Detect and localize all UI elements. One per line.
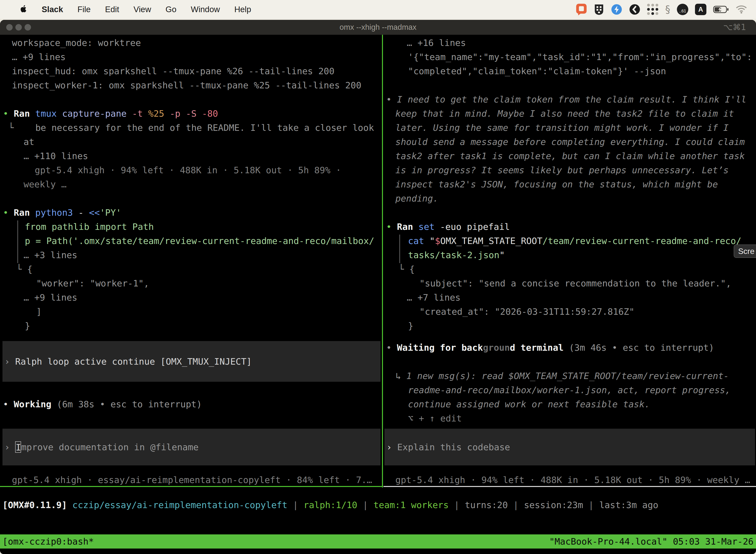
terminal-line: task2 after task1 is complete, but can I… <box>395 149 745 163</box>
prompt-chevron-icon: › <box>4 442 15 452</box>
terminal-line: tasks/task-2.json" <box>408 248 505 262</box>
chat-app-icon[interactable] <box>576 3 587 16</box>
pane-divider[interactable] <box>382 35 383 488</box>
prompt-chevron-icon: › <box>386 442 397 452</box>
terminal-line: "worker": "worker-1", <box>36 276 149 290</box>
ralph-inject-banner: › Ralph loop active continue [OMX_TMUX_I… <box>2 341 380 382</box>
terminal-line: keep that in mind. Maybe I also need the… <box>395 107 734 121</box>
terminal-line: ] <box>36 304 42 319</box>
tmux-host-clock: "MacBook-Pro-44.local" 05:03 31-Mar-26 <box>549 536 754 547</box>
terminal-content: › Ralph loop active continue [OMX_TMUX_I… <box>0 35 756 488</box>
tmux-pane-right[interactable]: › Explain this codebase gpt-5.4 xhigh · … <box>383 35 756 488</box>
menu-item-file[interactable]: File <box>77 5 90 14</box>
tmux-pane-left[interactable]: › Ralph loop active continue [OMX_TMUX_I… <box>0 35 381 488</box>
terminal-line: later. Using the same for transition mig… <box>395 121 729 135</box>
inject-text: Ralph loop active continue [OMX_TMUX_INJ… <box>15 356 252 367</box>
terminal-line: p = Path('.omx/state/team/review-current… <box>25 234 374 248</box>
inactive-pane-border <box>383 486 756 487</box>
macos-menu-bar: Slack File Edit View Go Window Help <box>0 0 756 19</box>
terminal-line: • Ran python3 - <<'PY' <box>3 206 121 220</box>
terminal-line: … +110 lines <box>23 149 88 163</box>
badge-61-icon[interactable]: ..61 <box>677 4 688 15</box>
letter-a-key-icon[interactable]: A <box>695 4 706 15</box>
terminal-line: continue assigned work or next feasible … <box>408 397 650 411</box>
terminal-line: weekly … <box>23 177 66 191</box>
menu-item-help[interactable]: Help <box>234 5 251 14</box>
session-status-right: gpt-5.4 xhigh · 94% left · 488K in · 5.1… <box>395 473 750 487</box>
terminal-line: … +9 lines <box>23 290 77 304</box>
dots-grid-icon[interactable] <box>647 4 658 15</box>
terminal-line: from pathlib import Path <box>25 220 154 234</box>
terminal-line: • Ran tmux capture-pane -t %25 -p -S -80 <box>3 107 218 121</box>
input-placeholder: mprove documentation in @filename <box>21 442 198 452</box>
terminal-line: should send a message before completing … <box>395 135 745 149</box>
tmux-session-name: [omx-cczip0:bash* <box>2 536 94 547</box>
window-titlebar[interactable]: omx --xhigh --madmax ⌥⌘1 <box>0 20 756 35</box>
terminal-line: "completed","claim_token":"claim-token"}… <box>408 64 666 78</box>
terminal-line: cat "$OMX_TEAM_STATE_ROOT/team/review-cu… <box>408 234 741 248</box>
apple-menu-icon[interactable] <box>19 5 27 14</box>
terminal-line: … +7 lines <box>407 290 460 304</box>
terminal-line: • Working (6m 38s • esc to interrupt) <box>3 397 202 411</box>
terminal-window: omx --xhigh --madmax ⌥⌘1 › Ralph loop ac… <box>0 20 756 554</box>
tool-call-connector <box>399 234 400 263</box>
terminal-line: at <box>23 135 34 149</box>
terminal-line: } <box>25 319 30 333</box>
menu-item-edit[interactable]: Edit <box>105 5 119 14</box>
active-pane-border <box>0 486 382 487</box>
menu-item-view[interactable]: View <box>133 5 151 14</box>
window-shortcut-hint: ⌥⌘1 <box>723 20 746 35</box>
prompt-input-left[interactable]: › Improve documentation in @filename <box>2 429 380 465</box>
shield-grid-icon[interactable] <box>594 3 604 15</box>
prompt-input-right[interactable]: › Explain this codebase <box>384 429 755 465</box>
terminal-line: workspace_mode: worktree <box>12 36 141 50</box>
terminal-line: "created_at": "2026-03-31T11:59:27.816Z" <box>420 304 634 319</box>
terminal-line: └ { <box>398 262 415 276</box>
terminal-line: is in progress? It seems likely but perh… <box>395 163 729 177</box>
terminal-line: • I need to get the claim token from the… <box>386 92 746 107</box>
terminal-line: '{"team_name":"my-team","task_id":"1","f… <box>408 50 752 64</box>
tmux-status-bar: [omx-cczip0:bash* "MacBook-Pro-44.local"… <box>0 535 756 549</box>
terminal-line: [OMX#0.11.9] cczip/essay/ai-reimplementa… <box>2 498 658 512</box>
omx-status-bar: [OMX#0.11.9] cczip/essay/ai-reimplementa… <box>2 498 754 512</box>
wifi-icon[interactable] <box>736 5 747 14</box>
terminal-line: "subject": "send a concise recommendatio… <box>420 276 731 290</box>
terminal-line: ⌥ + ↑ edit <box>408 411 462 426</box>
screen-tooltip: Scre <box>734 244 756 258</box>
terminal-line: └ be necessary for the end of the README… <box>8 121 374 135</box>
menu-item-window[interactable]: Window <box>191 5 220 14</box>
terminal-line: └ { <box>16 262 33 276</box>
blue-badge-icon[interactable] <box>611 4 622 15</box>
terminal-line: … +16 lines <box>407 36 466 50</box>
dark-disc-icon[interactable] <box>629 4 640 15</box>
terminal-line: gpt-5.4 xhigh · 94% left · 488K in · 5.1… <box>35 163 341 177</box>
terminal-line: inspect_hud: omx sparkshell --tmux-pane … <box>12 64 334 78</box>
tool-call-connector <box>17 220 18 263</box>
menu-app-name[interactable]: Slack <box>42 5 63 14</box>
text-cursor: I <box>15 441 21 453</box>
terminal-line: readme-and-reco/mailbox/worker-1.json, a… <box>408 383 731 397</box>
squiggle-icon[interactable]: § <box>665 4 670 15</box>
menu-item-go[interactable]: Go <box>166 5 176 14</box>
terminal-line: inspect_worker-1: omx sparkshell --tmux-… <box>12 78 361 92</box>
terminal-line: • Ran set -euo pipefail <box>386 220 510 234</box>
terminal-line: } <box>408 319 414 333</box>
terminal-line: • Waiting for background terminal (3m 46… <box>386 340 714 355</box>
terminal-line: inspect task2's JSON, focusing on the st… <box>395 177 718 191</box>
session-status-left: gpt-5.4 xhigh · essay/ai-reimplementatio… <box>12 473 372 487</box>
window-title: omx --xhigh --madmax <box>0 20 756 35</box>
terminal-line: ↳ 1 new msg(s): read $OMX_TEAM_STATE_ROO… <box>396 369 729 383</box>
terminal-line: pending. <box>395 191 438 206</box>
terminal-line: … +3 lines <box>23 248 77 262</box>
terminal-line: … +9 lines <box>12 50 66 64</box>
input-placeholder: Explain this codebase <box>397 442 510 452</box>
battery-icon[interactable] <box>713 6 729 13</box>
